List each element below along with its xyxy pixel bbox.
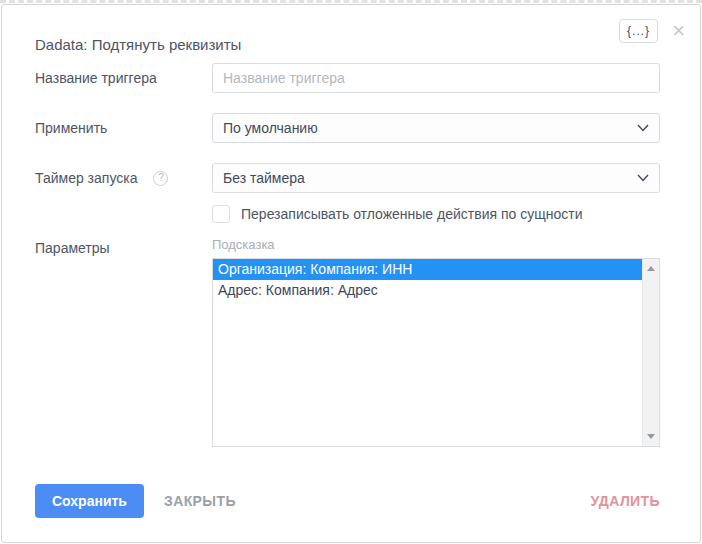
modal-title: Dadata: Подтянуть реквизиты — [35, 36, 619, 53]
chevron-down-icon — [637, 124, 649, 132]
timer-row: Таймер запуска ? Без таймера — [35, 163, 660, 193]
background-page-edge — [0, 0, 702, 3]
parameters-listbox: Организация: Компания: ИНН Адрес: Компан… — [212, 258, 660, 447]
overwrite-checkbox[interactable] — [212, 205, 230, 223]
timer-select-value: Без таймера — [223, 170, 637, 186]
scrollbar[interactable] — [642, 259, 659, 446]
overwrite-checkbox-row: Перезаписывать отложенные действия по су… — [212, 205, 660, 223]
apply-select[interactable]: По умолчанию — [212, 113, 660, 143]
parameters-label: Параметры — [35, 240, 212, 256]
trigger-name-label: Название триггера — [35, 70, 212, 86]
delete-button[interactable]: УДАЛИТЬ — [590, 493, 660, 509]
close-icon[interactable]: × — [672, 20, 685, 42]
timer-select[interactable]: Без таймера — [212, 163, 660, 193]
template-variables-button[interactable]: {...} — [619, 19, 658, 43]
modal-header: Dadata: Подтянуть реквизиты {...} × — [2, 5, 700, 53]
list-item[interactable]: Адрес: Компания: Адрес — [213, 280, 642, 301]
parameters-caption: Подсказка — [212, 237, 660, 252]
scroll-up-icon[interactable] — [647, 266, 655, 271]
list-item[interactable]: Организация: Компания: ИНН — [213, 259, 642, 280]
apply-label: Применить — [35, 120, 212, 136]
apply-row: Применить По умолчанию — [35, 113, 660, 143]
parameters-row: Параметры Подсказка Организация: Компани… — [35, 237, 660, 447]
timer-label: Таймер запуска — [35, 170, 137, 186]
modal-footer: Сохранить ЗАКРЫТЬ УДАЛИТЬ — [2, 467, 700, 518]
trigger-name-row: Название триггера — [35, 63, 660, 93]
help-icon[interactable]: ? — [153, 171, 168, 186]
trigger-form: Название триггера Применить По умолчанию… — [2, 53, 700, 447]
trigger-settings-modal: Dadata: Подтянуть реквизиты {...} × Назв… — [1, 4, 701, 543]
chevron-down-icon — [637, 174, 649, 182]
save-button[interactable]: Сохранить — [35, 484, 144, 518]
close-button[interactable]: ЗАКРЫТЬ — [164, 493, 236, 509]
apply-select-value: По умолчанию — [223, 120, 637, 136]
scroll-down-icon[interactable] — [647, 434, 655, 439]
overwrite-checkbox-label: Перезаписывать отложенные действия по су… — [241, 206, 582, 222]
trigger-name-input[interactable] — [212, 63, 660, 93]
